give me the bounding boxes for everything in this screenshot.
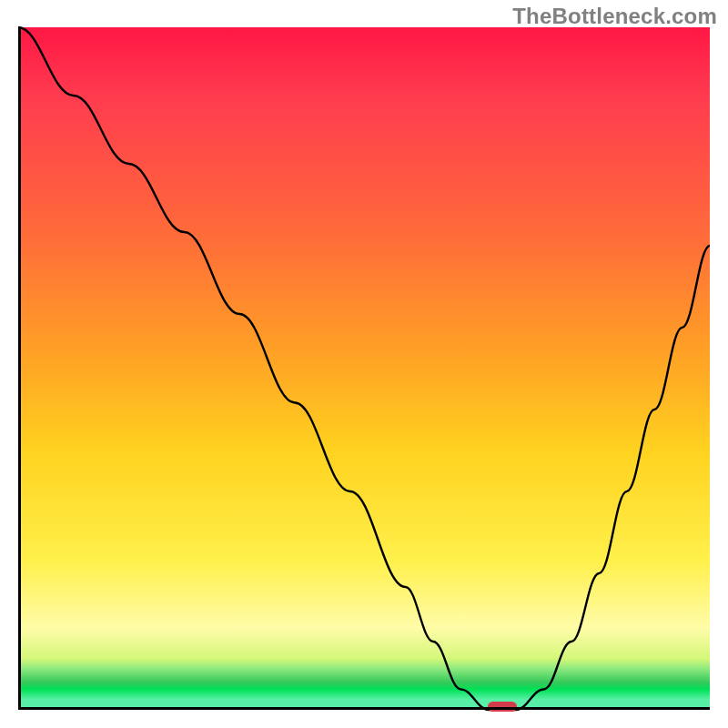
plot-area [18,27,710,710]
bottleneck-curve [18,27,710,710]
watermark-text: TheBottleneck.com [512,4,717,29]
optimum-marker [488,702,517,712]
chart-container: TheBottleneck.com [0,0,728,728]
curve-layer [18,27,710,710]
